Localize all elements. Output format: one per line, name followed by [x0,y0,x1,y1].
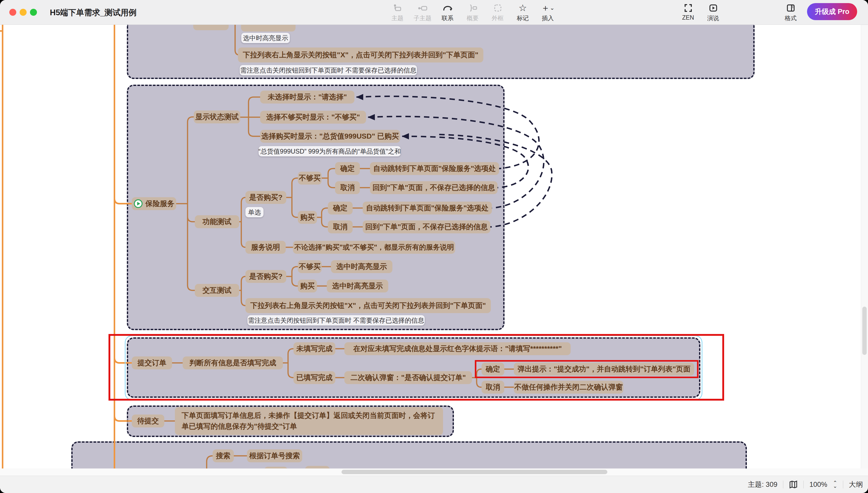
relationship-icon [442,2,453,14]
mindmap-node[interactable]: 选择不够买时显示："不够买" [260,111,366,124]
horizontal-scrollbar-thumb[interactable] [342,470,607,474]
chevron-down-icon: ⌄ [833,485,837,488]
mindmap-node[interactable]: 选择购买时显示："总货值999USD" 已购买 [260,130,400,143]
mindmap-node[interactable]: 是否购买? [245,191,286,204]
present-button[interactable]: 演说 [701,2,726,23]
mindmap-canvas[interactable]: 选中时高亮显示 下拉列表右上角显示关闭按钮"X"，点击可关闭下拉列表并回到"下单… [0,24,868,476]
close-button[interactable] [9,9,16,16]
play-icon[interactable] [133,199,143,208]
annotation-red-inner [475,360,699,378]
app-window: 选中时高亮显示 下拉列表右上角显示关闭按钮"X"，点击可关闭下拉列表并回到"下单… [0,0,868,493]
mindmap-node[interactable]: 不够买 [298,172,322,185]
mindmap-node[interactable]: 下单页面填写订单信息后，未操作【提交订单】返回或关闭当前页面时，会将订单已填写的… [175,407,443,435]
mindmap-node[interactable]: 购买 [298,211,317,224]
mindmap-node[interactable]: 下拉列表右上角显示关闭按钮"X"，点击可关闭下拉列表并回到"下单页面" [238,47,483,62]
mindmap-node[interactable]: “总货值999USD” 999为所有商品的“单品货值”之和 [259,146,401,156]
mindmap-node[interactable]: 选中时高亮显示 [327,280,388,293]
zoom-button[interactable] [30,9,37,16]
mindmap-node[interactable]: 交互测试 [195,284,239,297]
topic-button[interactable]: 主题 [385,2,410,23]
boundary-button[interactable]: 外框 [485,2,510,23]
mindmap-node[interactable]: 不够买 [298,260,322,273]
mindmap-node[interactable]: 显示状态测试 [194,110,240,123]
mindmap-node[interactable]: 未选择时显示："请选择" [260,91,354,104]
status-bar: 主题: 309 100% ⌃⌄ 大纲 [0,476,868,493]
mindmap-node[interactable]: 确定 [328,201,353,214]
mindmap-node[interactable]: 回到"下单"页面，不保存已选择的信息 [363,220,490,233]
zoom-stepper[interactable]: ⌃⌄ [833,481,837,488]
mindmap-node[interactable]: 选中时高亮显示 [331,260,392,273]
minimize-button[interactable] [20,9,27,16]
map-overview-button[interactable] [789,480,798,489]
mindmap-node-insurance[interactable]: 保险服务 [132,197,176,210]
title-bar: H5端下单需求_测试用例 主题 子主题 [0,0,868,25]
mindmap-node[interactable]: 回到"下单"页面，不保存已选择的信息 [370,181,498,194]
topic-count: 主题: 309 [748,480,777,489]
marker-button[interactable]: ☆ 标记 [510,2,535,23]
topic-icon [392,2,403,14]
document-title: H5端下单需求_测试用例 [50,7,137,18]
summary-button[interactable]: 概要 [460,2,485,23]
mindmap-node[interactable]: 需注意点击关闭按钮回到下单页面时 不需要保存已选择的信息 [240,65,417,76]
clipped-node[interactable] [193,24,229,30]
mindmap-node[interactable]: 待提交 [132,414,164,427]
zen-mode-button[interactable]: ZEN [676,2,701,23]
mindmap-node[interactable]: 购买 [298,280,317,293]
mindmap-node[interactable]: 确定 [335,162,360,175]
mindmap-node[interactable]: 取消 [328,220,353,233]
presentation-play-icon [708,2,719,14]
summary-icon [468,2,478,14]
subtopic-button[interactable]: 子主题 [410,2,435,23]
format-panel-button[interactable]: 格式 [778,2,803,23]
outline-button[interactable]: 大纲 [849,480,863,489]
subtopic-icon [417,2,428,14]
plus-chevron-icon: ＋⌄ [541,2,554,14]
mindmap-node[interactable]: 需注意点击关闭按钮回到下单页面时 不需要保存已选择的信息 [247,315,425,325]
mindmap-node[interactable]: 下拉列表右上角显示关闭按钮"X"，点击可关闭下拉列表并回到"下单页面" [245,298,491,313]
boundary-icon [493,2,503,14]
mindmap-node[interactable]: 自动跳转到下单页面"保险服务"选项处 [370,162,499,175]
spine-left [0,24,3,476]
mindmap-node[interactable]: 是否购买? [245,270,286,283]
mindmap-node[interactable]: 功能测试 [195,215,239,228]
node-label: 保险服务 [145,199,174,209]
format-panel-icon [786,2,796,14]
mindmap-node[interactable]: 根据订单号搜索 [247,449,302,462]
relationship-button[interactable]: 联系 [435,2,460,23]
vertical-scrollbar-thumb[interactable] [862,307,867,355]
vertical-scrollbar-track[interactable] [861,24,868,476]
mindmap-node[interactable]: 服务说明 [245,241,286,254]
star-icon: ☆ [518,2,527,14]
zen-brackets-icon [683,2,694,14]
mindmap-node[interactable]: 单选 [245,207,264,217]
map-icon [789,480,798,489]
mindmap-node[interactable]: 自动跳转到下单页面"保险服务"选项处 [363,201,492,214]
mindmap-node[interactable]: 搜索 [213,449,234,462]
zoom-level[interactable]: 100% [809,480,827,489]
upgrade-pro-button[interactable]: 升级成 Pro [807,3,857,20]
clipped-node[interactable] [241,24,295,31]
mindmap-node[interactable]: 取消 [335,181,360,194]
mindmap-node[interactable]: 不论选择"购买"或"不够买"，都显示所有的服务说明 [293,241,455,254]
insert-button[interactable]: ＋⌄ 插入 [535,2,560,23]
mindmap-node[interactable]: 选中时高亮显示 [241,33,290,43]
